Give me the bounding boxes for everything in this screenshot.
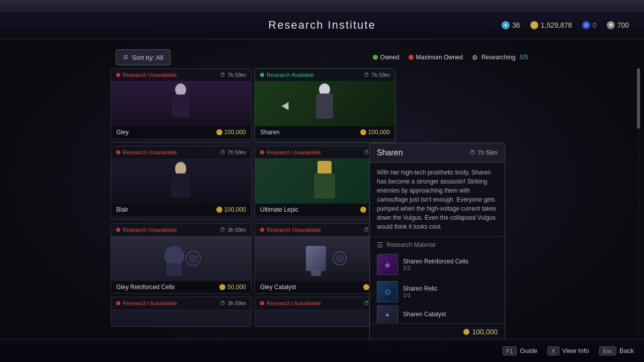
sort-button[interactable]: ≡ Sort by: All	[116, 49, 171, 65]
sharen-figure	[310, 83, 340, 124]
stat-gold: ⬡ 1,529,878	[530, 21, 572, 29]
sharen-status: Research Available	[260, 72, 314, 78]
gley-catalyst-name: Gley Catalyst	[260, 284, 296, 291]
sharen-time: ⏱ 7h 59m	[364, 72, 390, 78]
gley-cost: 100,000	[216, 129, 246, 136]
catalyst-figure	[303, 243, 329, 274]
cells-icon	[378, 255, 396, 274]
catalyst-shape	[306, 246, 326, 271]
guide-label: Guide	[520, 347, 537, 354]
materials-label: Research Material	[386, 241, 435, 248]
header: Research Institute ♦ 36 ⬡ 1,529,878 ⊙ 0 …	[0, 11, 644, 39]
card-sharen[interactable]: Research Available ⏱ 7h 59m Sharen 100,0…	[255, 68, 395, 143]
left-column: Research Unavailable ⏱ 7h 59m Gley 100,0…	[111, 68, 252, 337]
card-gley-header: Research Unavailable ⏱ 7h 59m	[111, 69, 251, 81]
gley-cells-footer: Gley Reinforced Cells 50,000	[111, 281, 251, 293]
status-dot	[116, 228, 120, 232]
relic-icon	[378, 283, 396, 301]
top-bar	[0, 0, 644, 11]
sharen-name: Sharen	[260, 129, 280, 136]
max-owned-dot	[409, 55, 414, 60]
back-button[interactable]: Esc Back	[599, 346, 634, 355]
detail-panel: Sharen ⏱ 7h 59m With her high-tech prost…	[369, 143, 505, 362]
gley-time: ⏱ 7h 59m	[220, 72, 246, 78]
card-sharen-header: Research Available ⏱ 7h 59m	[255, 69, 395, 81]
status-dot	[116, 150, 120, 154]
time-value: 3h 59m	[227, 227, 246, 233]
gley-figure	[166, 83, 196, 124]
blair-figure	[166, 161, 196, 201]
clock-icon: ⏱	[220, 149, 225, 155]
lepic-name: Ultimate Lepic	[260, 206, 298, 213]
clock-icon: ⏱	[220, 300, 225, 306]
stat-ammo: ❋ 700	[607, 21, 629, 29]
material-name-catalyst: Sharen Catalyst	[403, 311, 498, 318]
legend: Owned Maximum Owned ⚙ Researching 0/5	[373, 54, 528, 61]
card-gley[interactable]: Research Unavailable ⏱ 7h 59m Gley 100,0…	[111, 68, 252, 143]
material-sharen-relic: Sharen Relic 1/1	[370, 278, 505, 305]
researching-value: 0/5	[520, 54, 528, 61]
avatar-inner	[335, 254, 344, 263]
status-dot	[116, 73, 120, 77]
materials-icon: ☰	[377, 241, 383, 249]
diamond-icon: ♦	[502, 21, 510, 29]
clock-icon: ⏱	[469, 149, 475, 156]
page-title: Research Institute	[268, 19, 375, 32]
material-info-cells: Sharen Reinforced Cells 1/1	[403, 258, 498, 271]
card-left-4-header: Research Unavailable ⏱ 3h 59m	[111, 297, 251, 309]
scrollbar[interactable]	[637, 68, 640, 337]
status-text: Research Available	[267, 72, 314, 78]
legend-researching: ⚙ Researching 0/5	[472, 54, 528, 61]
ammo-icon: ❋	[607, 21, 615, 29]
x-key: X	[547, 346, 559, 355]
clock-icon: ⏱	[364, 227, 369, 233]
material-img-catalyst	[377, 305, 398, 323]
status-text: Research Unavailable	[123, 149, 177, 155]
detail-cost: 100,000	[370, 323, 505, 340]
card-gley-cells[interactable]: Research Unavailable ⏱ 3h 59m Gley Reinf…	[111, 223, 252, 294]
sort-bar: ≡ Sort by: All Owned Maximum Owned ⚙ Res…	[111, 46, 533, 68]
gley-footer: Gley 100,000	[111, 126, 251, 138]
max-owned-label: Maximum Owned	[416, 54, 463, 61]
diamond-value: 36	[512, 21, 520, 29]
gold-icon	[216, 129, 222, 135]
view-info-button[interactable]: X View Info	[547, 346, 589, 355]
gley-cells-cost-value: 50,000	[227, 284, 246, 291]
sharen-image	[255, 81, 395, 126]
gley-cells-time: ⏱ 3h 59m	[220, 227, 246, 233]
ammo-value: 700	[617, 21, 629, 29]
guide-button[interactable]: F1 Guide	[503, 346, 538, 355]
material-img-cells	[377, 254, 398, 275]
card-left-4[interactable]: Research Unavailable ⏱ 3h 59m	[111, 297, 252, 327]
gold-icon	[363, 284, 369, 290]
detail-description: With her high-tech prosthetic body, Shar…	[370, 163, 505, 237]
status-text: Research Unavailable	[267, 300, 321, 306]
lepic-figure	[310, 161, 340, 201]
stat-energy: ⊙ 0	[582, 21, 597, 29]
gley-cells-status: Research Unavailable	[116, 227, 177, 233]
scroll-thumb	[637, 68, 640, 129]
stat-diamond: ♦ 36	[502, 21, 520, 29]
gley-cost-value: 100,000	[224, 129, 246, 136]
gley-image	[111, 81, 251, 126]
gley-cells-cost: 50,000	[219, 284, 246, 291]
material-count-cells: 1/1	[403, 265, 498, 271]
owned-label: Owned	[380, 54, 399, 61]
legend-max-owned: Maximum Owned	[409, 54, 463, 61]
status-text: Research Unavailable	[267, 227, 321, 233]
detail-time: ⏱ 7h 59m	[469, 149, 498, 156]
detail-time-value: 7h 59m	[477, 149, 498, 156]
material-info-relic: Sharen Relic 1/1	[403, 285, 498, 298]
status-dot	[260, 73, 264, 77]
sharen-footer: Sharen 100,000	[255, 126, 395, 138]
clock-icon: ⏱	[364, 149, 369, 155]
sharen-cost-value: 100,000	[368, 129, 390, 136]
bottom-bar: F1 Guide X View Info Esc Back	[0, 339, 644, 362]
blair-footer: Blair 100,000	[111, 204, 251, 216]
clock-icon: ⏱	[220, 72, 225, 78]
gley-name: Gley	[116, 129, 129, 136]
blair-name: Blair	[116, 206, 128, 213]
sort-label: Sort by: All	[132, 54, 163, 61]
card-blair[interactable]: Research Unavailable ⏱ 7h 59m Blair 100,…	[111, 146, 252, 220]
time-value: 7h 59m	[371, 72, 390, 78]
